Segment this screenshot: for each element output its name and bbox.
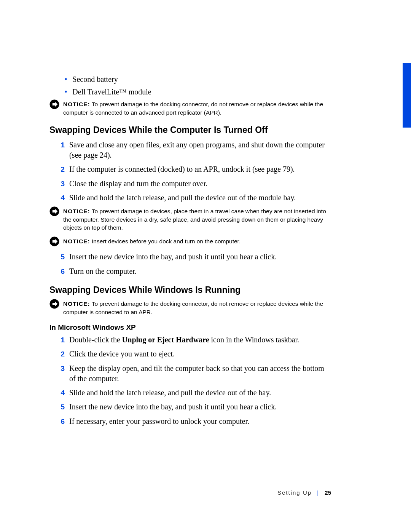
bullet-text: Dell TravelLite™ module bbox=[72, 87, 151, 97]
notice-arrow-icon bbox=[49, 99, 59, 109]
step-text: Click the device you want to eject. bbox=[69, 349, 175, 359]
notice-body: Insert devices before you dock and turn … bbox=[90, 238, 241, 244]
notice-arrow-icon bbox=[49, 206, 59, 216]
notice-body: To prevent damage to the docking connect… bbox=[63, 300, 323, 315]
step-text: Slide and hold the latch release, and pu… bbox=[69, 193, 296, 203]
notice-label: NOTICE: bbox=[63, 300, 90, 307]
notice: NOTICE: To prevent damage to the docking… bbox=[49, 100, 331, 117]
footer-section: Setting Up bbox=[277, 489, 312, 496]
list-item: 2Click the device you want to eject. bbox=[56, 349, 331, 359]
list-item: 6Turn on the computer. bbox=[56, 266, 331, 277]
text-span: Double-click the bbox=[69, 335, 122, 344]
step-number: 3 bbox=[56, 363, 65, 374]
step-number: 5 bbox=[56, 402, 65, 412]
ordered-list: 1 Double-click the Unplug or Eject Hardw… bbox=[56, 335, 331, 427]
ui-element-name: Unplug or Eject Hardware bbox=[122, 335, 209, 344]
list-item: 1Save and close any open files, exit any… bbox=[56, 140, 331, 160]
bullet-text: Second battery bbox=[72, 74, 118, 85]
list-item: 2If the computer is connected (docked) t… bbox=[56, 164, 331, 175]
list-item: • Second battery bbox=[65, 74, 331, 85]
step-text: Double-click the Unplug or Eject Hardwar… bbox=[69, 335, 299, 345]
notice-label: NOTICE: bbox=[63, 208, 90, 214]
notice-label: NOTICE: bbox=[63, 238, 90, 244]
notice-text: NOTICE: To prevent damage to the docking… bbox=[63, 100, 331, 117]
notice-text: NOTICE: To prevent damage to devices, pl… bbox=[63, 207, 331, 232]
notice-body: To prevent damage to the docking connect… bbox=[63, 101, 323, 116]
step-text: Keep the display open, and tilt the comp… bbox=[69, 363, 331, 384]
list-item: 6If necessary, enter your password to un… bbox=[56, 416, 331, 427]
footer-separator: | bbox=[317, 489, 319, 496]
list-item: 4Slide and hold the latch release, and p… bbox=[56, 388, 331, 398]
notice-arrow-icon bbox=[49, 299, 59, 309]
notice: NOTICE: To prevent damage to the docking… bbox=[49, 300, 331, 316]
notice-text: NOTICE: To prevent damage to the docking… bbox=[63, 300, 331, 316]
step-text: Turn on the computer. bbox=[69, 266, 137, 276]
notice: NOTICE: To prevent damage to devices, pl… bbox=[49, 207, 331, 232]
notice-label: NOTICE: bbox=[63, 101, 90, 107]
list-item: 3Close the display and turn the computer… bbox=[56, 179, 331, 189]
step-text: Save and close any open files, exit any … bbox=[69, 140, 331, 160]
list-item: 3Keep the display open, and tilt the com… bbox=[56, 363, 331, 384]
list-item: 5Insert the new device into the bay, and… bbox=[56, 402, 331, 412]
bullet-list: • Second battery • Dell TravelLite™ modu… bbox=[65, 74, 331, 97]
notice-arrow-icon bbox=[49, 236, 59, 246]
step-number: 4 bbox=[56, 388, 65, 398]
page-number: 25 bbox=[325, 489, 331, 496]
ordered-list: 5Insert the new device into the bay, and… bbox=[56, 252, 331, 276]
step-number: 6 bbox=[56, 416, 65, 427]
notice-text: NOTICE: Insert devices before you dock a… bbox=[63, 237, 241, 246]
step-number: 4 bbox=[56, 193, 65, 203]
section-heading: Swapping Devices While the Computer Is T… bbox=[49, 125, 331, 135]
step-number: 2 bbox=[56, 164, 65, 175]
ordered-list: 1Save and close any open files, exit any… bbox=[56, 140, 331, 203]
step-text: Slide and hold the latch release, and pu… bbox=[69, 388, 271, 398]
step-number: 5 bbox=[56, 252, 65, 262]
step-text: Close the display and turn the computer … bbox=[69, 179, 207, 189]
notice-body: To prevent damage to devices, place them… bbox=[63, 208, 326, 231]
step-text: Insert the new device into the bay, and … bbox=[69, 252, 277, 262]
list-item: • Dell TravelLite™ module bbox=[65, 87, 331, 97]
notice: NOTICE: Insert devices before you dock a… bbox=[49, 237, 331, 246]
text-span: icon in the Windows taskbar. bbox=[209, 335, 299, 344]
side-tab bbox=[403, 63, 411, 128]
bullet-icon: • bbox=[65, 74, 67, 85]
step-number: 1 bbox=[56, 335, 65, 345]
step-text: If the computer is connected (docked) to… bbox=[69, 164, 295, 174]
list-item: 1 Double-click the Unplug or Eject Hardw… bbox=[56, 335, 331, 345]
list-item: 5Insert the new device into the bay, and… bbox=[56, 252, 331, 262]
step-number: 3 bbox=[56, 179, 65, 189]
list-item: 4Slide and hold the latch release, and p… bbox=[56, 193, 331, 203]
step-text: Insert the new device into the bay, and … bbox=[69, 402, 277, 412]
page-footer: Setting Up | 25 bbox=[49, 489, 331, 496]
step-number: 6 bbox=[56, 266, 65, 277]
step-number: 1 bbox=[56, 140, 65, 150]
step-number: 2 bbox=[56, 349, 65, 359]
page-content: • Second battery • Dell TravelLite™ modu… bbox=[49, 74, 331, 430]
bullet-icon: • bbox=[65, 87, 67, 97]
sub-heading: In Microsoft Windows XP bbox=[49, 323, 331, 332]
section-heading: Swapping Devices While Windows Is Runnin… bbox=[49, 285, 331, 295]
step-text: If necessary, enter your password to unl… bbox=[69, 416, 249, 427]
